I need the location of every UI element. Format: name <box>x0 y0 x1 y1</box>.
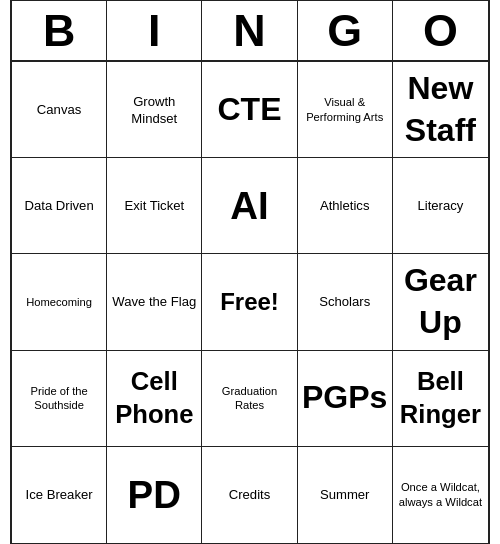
cell-text-12: Free! <box>220 286 279 317</box>
cell-text-18: PGPs <box>302 377 387 419</box>
bingo-cell-16: Cell Phone <box>107 351 202 447</box>
bingo-cell-5: Data Driven <box>12 158 107 254</box>
header-letter-B: B <box>12 1 107 60</box>
bingo-cell-11: Wave the Flag <box>107 254 202 350</box>
bingo-cell-23: Summer <box>298 447 393 543</box>
bingo-cell-15: Pride of the Southside <box>12 351 107 447</box>
bingo-cell-10: Homecoming <box>12 254 107 350</box>
bingo-cell-2: CTE <box>202 62 297 158</box>
cell-text-20: Ice Breaker <box>26 486 93 503</box>
bingo-cell-14: Gear Up <box>393 254 488 350</box>
cell-text-21: PD <box>128 470 181 520</box>
cell-text-9: Literacy <box>417 197 463 214</box>
bingo-cell-22: Credits <box>202 447 297 543</box>
bingo-card: BINGO CanvasGrowth MindsetCTEVisual & Pe… <box>10 0 490 544</box>
cell-text-4: New Staff <box>397 68 484 151</box>
bingo-cell-7: AI <box>202 158 297 254</box>
header-letter-I: I <box>107 1 202 60</box>
bingo-cell-13: Scholars <box>298 254 393 350</box>
cell-text-8: Athletics <box>320 197 370 214</box>
cell-text-7: AI <box>230 181 268 231</box>
cell-text-11: Wave the Flag <box>112 293 196 310</box>
cell-text-14: Gear Up <box>397 260 484 343</box>
cell-text-13: Scholars <box>319 293 370 310</box>
cell-text-19: Bell Ringer <box>397 365 484 432</box>
bingo-cell-3: Visual & Performing Arts <box>298 62 393 158</box>
bingo-cell-19: Bell Ringer <box>393 351 488 447</box>
cell-text-2: CTE <box>217 89 281 131</box>
bingo-cell-12: Free! <box>202 254 297 350</box>
cell-text-22: Credits <box>229 486 271 503</box>
bingo-cell-9: Literacy <box>393 158 488 254</box>
header-letter-O: O <box>393 1 488 60</box>
bingo-cell-1: Growth Mindset <box>107 62 202 158</box>
bingo-cell-20: Ice Breaker <box>12 447 107 543</box>
header-letter-G: G <box>298 1 393 60</box>
cell-text-1: Growth Mindset <box>111 93 197 127</box>
bingo-header: BINGO <box>12 1 488 62</box>
cell-text-10: Homecoming <box>26 295 92 310</box>
cell-text-16: Cell Phone <box>111 365 197 432</box>
bingo-cell-0: Canvas <box>12 62 107 158</box>
bingo-cell-6: Exit Ticket <box>107 158 202 254</box>
cell-text-23: Summer <box>320 486 370 503</box>
header-letter-N: N <box>202 1 297 60</box>
bingo-cell-8: Athletics <box>298 158 393 254</box>
cell-text-3: Visual & Performing Arts <box>302 95 388 124</box>
bingo-grid: CanvasGrowth MindsetCTEVisual & Performi… <box>12 62 488 543</box>
cell-text-17: Graduation Rates <box>206 384 292 413</box>
bingo-cell-17: Graduation Rates <box>202 351 297 447</box>
bingo-cell-18: PGPs <box>298 351 393 447</box>
cell-text-0: Canvas <box>37 101 81 118</box>
cell-text-5: Data Driven <box>24 197 93 214</box>
bingo-cell-24: Once a Wildcat, always a Wildcat <box>393 447 488 543</box>
bingo-cell-4: New Staff <box>393 62 488 158</box>
bingo-cell-21: PD <box>107 447 202 543</box>
cell-text-15: Pride of the Southside <box>16 384 102 413</box>
cell-text-6: Exit Ticket <box>124 197 184 214</box>
cell-text-24: Once a Wildcat, always a Wildcat <box>397 480 484 509</box>
